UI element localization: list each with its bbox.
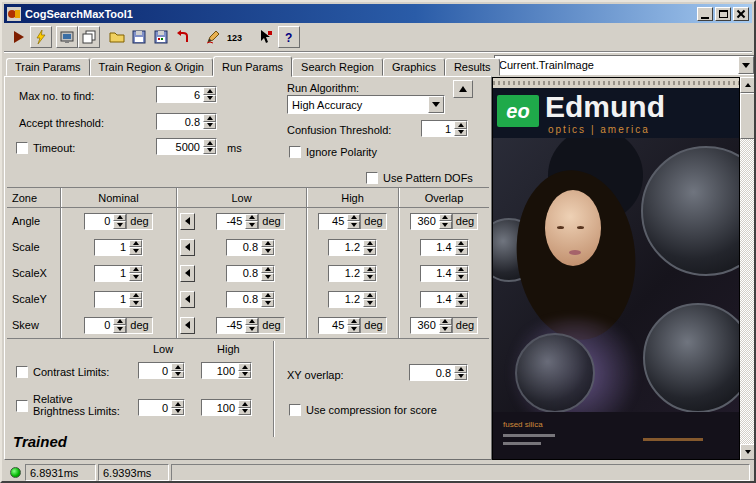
spin-up-button[interactable] xyxy=(203,114,216,122)
spin-down-button[interactable] xyxy=(261,273,274,281)
spin-up-button[interactable] xyxy=(363,266,376,274)
spin-up-button[interactable] xyxy=(171,363,184,371)
spin-down-button[interactable] xyxy=(129,273,142,281)
scalex-nominal-value[interactable]: 1 xyxy=(95,266,129,281)
tab-train-params[interactable]: Train Params xyxy=(6,58,90,76)
numbers-button[interactable]: 123 xyxy=(224,26,246,48)
brightness-high-value[interactable]: 100 xyxy=(202,400,238,415)
close-button[interactable] xyxy=(733,7,749,21)
timeout-checkbox[interactable] xyxy=(16,142,28,154)
spin-up-button[interactable] xyxy=(113,214,126,222)
use-pattern-dofs-checkbox[interactable] xyxy=(366,172,378,184)
run-algorithm-dropdown[interactable]: High Accuracy xyxy=(287,95,445,114)
tab-run-params[interactable]: Run Params xyxy=(213,56,292,77)
spin-down-button[interactable] xyxy=(363,273,376,281)
spin-up-button[interactable] xyxy=(245,318,258,326)
spin-up-button[interactable] xyxy=(439,318,452,326)
scaley-overlap-value[interactable]: 1.4 xyxy=(421,292,455,307)
spin-up-button[interactable] xyxy=(129,240,142,248)
spin-up-button[interactable] xyxy=(439,214,452,222)
tab-results[interactable]: Results xyxy=(445,58,500,76)
contrast-limits-checkbox[interactable] xyxy=(16,366,28,378)
spin-down-button[interactable] xyxy=(113,325,126,333)
minimize-button[interactable] xyxy=(697,7,713,21)
left-arrow-button[interactable] xyxy=(180,317,195,334)
left-arrow-button[interactable] xyxy=(180,239,195,256)
dropdown-arrow-icon[interactable] xyxy=(428,96,444,113)
spin-down-button[interactable] xyxy=(454,373,467,381)
spin-up-button[interactable] xyxy=(363,292,376,300)
contrast-low-value[interactable]: 0 xyxy=(139,363,171,378)
spin-down-button[interactable] xyxy=(203,147,216,155)
spin-up-button[interactable] xyxy=(203,139,216,147)
spin-down-button[interactable] xyxy=(238,408,251,416)
spin-down-button[interactable] xyxy=(129,299,142,307)
spin-up-button[interactable] xyxy=(113,318,126,326)
spin-up-button[interactable] xyxy=(261,240,274,248)
scalex-low-value[interactable]: 0.8 xyxy=(227,266,261,281)
scroll-down-button[interactable] xyxy=(740,444,756,460)
spin-up-button[interactable] xyxy=(245,214,258,222)
spin-down-button[interactable] xyxy=(171,371,184,379)
compression-checkbox[interactable] xyxy=(289,404,301,416)
dropdown-arrow-icon[interactable] xyxy=(738,56,754,74)
xy-overlap-value[interactable]: 0.8 xyxy=(410,365,454,380)
max-find-value[interactable]: 6 xyxy=(157,87,203,102)
spin-up-button[interactable] xyxy=(454,121,467,129)
tab-graphics[interactable]: Graphics xyxy=(383,58,445,76)
scrollbar-thumb[interactable] xyxy=(740,93,756,139)
scalex-overlap-value[interactable]: 1.4 xyxy=(421,266,455,281)
accept-threshold-value[interactable]: 0.8 xyxy=(157,114,203,129)
spin-up-button[interactable] xyxy=(455,240,468,248)
spin-down-button[interactable] xyxy=(439,325,452,333)
title-bar[interactable]: CogSearchMaxTool1 xyxy=(4,4,752,23)
spin-down-button[interactable] xyxy=(171,408,184,416)
layers-button[interactable] xyxy=(78,26,100,48)
tab-search-region[interactable]: Search Region xyxy=(292,58,383,76)
brightness-limits-checkbox[interactable] xyxy=(16,400,28,412)
scaley-nominal-value[interactable]: 1 xyxy=(95,292,129,307)
spin-up-button[interactable] xyxy=(129,266,142,274)
reset-button[interactable] xyxy=(172,26,194,48)
scale-overlap-value[interactable]: 1.4 xyxy=(421,240,455,255)
run-button[interactable] xyxy=(8,26,30,48)
open-button[interactable] xyxy=(106,26,128,48)
spin-down-button[interactable] xyxy=(129,247,142,255)
left-arrow-button[interactable] xyxy=(180,265,195,282)
spin-down-button[interactable] xyxy=(439,221,452,229)
spin-up-button[interactable] xyxy=(238,400,251,408)
spin-down-button[interactable] xyxy=(203,122,216,130)
spin-down-button[interactable] xyxy=(347,325,360,333)
spin-up-button[interactable] xyxy=(171,400,184,408)
spin-down-button[interactable] xyxy=(363,299,376,307)
spin-down-button[interactable] xyxy=(261,247,274,255)
spin-up-button[interactable] xyxy=(129,292,142,300)
scalex-high-value[interactable]: 1.2 xyxy=(329,266,363,281)
spin-up-button[interactable] xyxy=(363,240,376,248)
spin-down-button[interactable] xyxy=(454,129,467,137)
save-button[interactable] xyxy=(128,26,150,48)
display-button[interactable] xyxy=(56,26,78,48)
image-scrollbar[interactable] xyxy=(740,77,756,460)
spin-down-button[interactable] xyxy=(113,221,126,229)
spin-up-button[interactable] xyxy=(455,266,468,274)
spin-down-button[interactable] xyxy=(203,95,216,103)
maximize-button[interactable] xyxy=(715,7,731,21)
angle-overlap-value[interactable]: 360 xyxy=(411,214,439,229)
tab-train-region-origin[interactable]: Train Region & Origin xyxy=(90,58,213,76)
image-selector-dropdown[interactable]: Current.TrainImage xyxy=(494,55,755,75)
edit-button[interactable] xyxy=(202,26,224,48)
pointer-button[interactable] xyxy=(254,26,276,48)
angle-high-value[interactable]: 45 xyxy=(319,214,347,229)
confusion-threshold-value[interactable]: 1 xyxy=(422,121,454,136)
skew-overlap-value[interactable]: 360 xyxy=(411,318,439,333)
spin-down-button[interactable] xyxy=(238,371,251,379)
scaley-high-value[interactable]: 1.2 xyxy=(329,292,363,307)
spin-up-button[interactable] xyxy=(261,266,274,274)
left-arrow-button[interactable] xyxy=(180,291,195,308)
spin-down-button[interactable] xyxy=(455,273,468,281)
angle-low-value[interactable]: -45 xyxy=(217,214,245,229)
angle-nominal-value[interactable]: 0 xyxy=(85,214,113,229)
spin-up-button[interactable] xyxy=(347,214,360,222)
spin-up-button[interactable] xyxy=(455,292,468,300)
